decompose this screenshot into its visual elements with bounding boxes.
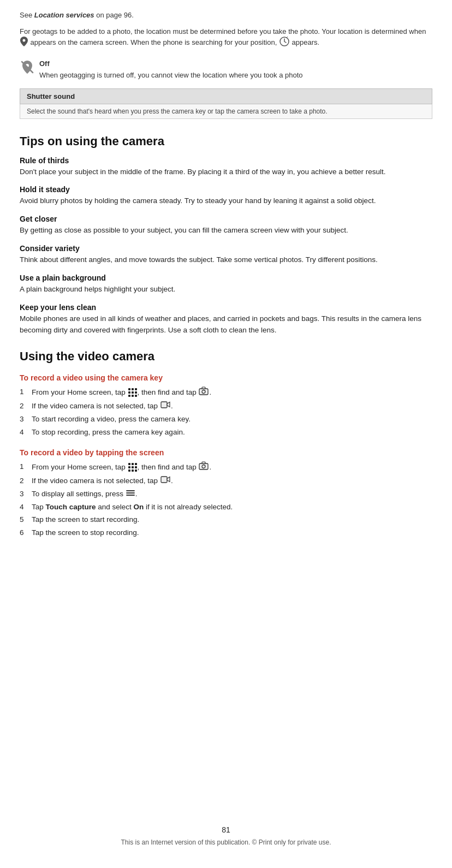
apps-grid-icon2 [128,463,137,472]
geotagging-row: Off When geotagging is turned off, you c… [20,58,432,81]
tip-title-4: Consider variety [20,244,432,253]
list-item: 5 Tap the screen to start recording. [20,514,432,526]
svg-rect-8 [202,462,205,463]
subsection2-steps: 1 From your Home screen, tap , then find… [20,461,432,539]
tip-title-5: Use a plain background [20,274,432,282]
tip-body-5: A plain background helps highlight your … [20,284,432,295]
footer-note: This is an Internet version of this publ… [20,839,432,846]
tip-rule-of-thirds: Rule of thirds Don't place your subject … [20,156,432,178]
svg-rect-6 [199,463,208,469]
geotag-description: For geotags to be added to a photo, the … [20,26,432,50]
video-camera-icon2 [160,475,170,487]
list-item: 2 If the video camera is not selected, t… [20,401,432,412]
tip-body-1: Don't place your subject in the middle o… [20,167,432,178]
list-item: 1 From your Home screen, tap , then find… [20,387,432,399]
touch-capture-label: Touch capture [46,503,96,511]
intro-paragraph: See Location services on page 96. [20,10,432,21]
tip-title-6: Keep your lens clean [20,303,432,312]
page-footer: 81 This is an Internet version of this p… [20,809,432,846]
tip-title-1: Rule of thirds [20,156,432,165]
subsection1-steps: 1 From your Home screen, tap , then find… [20,387,432,438]
subsection2-title: To record a video by tapping the screen [20,448,432,457]
menu-icon [126,489,135,500]
svg-rect-2 [199,389,208,395]
camera-icon2 [199,461,209,474]
tip-title-2: Hold it steady [20,185,432,194]
subsection-camera-key: To record a video using the camera key 1… [20,373,432,438]
geotagging-text: Off When geotagging is turned off, you c… [39,58,303,81]
tip-title-3: Get closer [20,215,432,223]
geotagging-off-icon [20,58,39,76]
list-item: 4 Tap Touch capture and select On if it … [20,502,432,513]
list-item: 3 To display all settings, press . [20,489,432,500]
svg-rect-9 [161,477,167,483]
tip-consider-variety: Consider variety Think about different a… [20,244,432,266]
svg-rect-5 [161,402,167,408]
tips-section-title: Tips on using the camera [20,134,432,148]
page-number: 81 [20,825,432,834]
list-item: 4 To stop recording, press the camera ke… [20,427,432,438]
geotagging-off-description: When geotagging is turned off, you canno… [39,71,303,79]
list-item: 6 Tap the screen to stop recording. [20,527,432,539]
video-camera-icon [160,401,170,412]
tip-body-2: Avoid blurry photos by holding the camer… [20,195,432,207]
geotagging-off-title: Off [39,58,303,69]
searching-icon [279,37,289,50]
video-section: Using the video camera To record a video… [20,349,432,549]
on-label: On [134,503,144,511]
svg-rect-4 [202,387,205,389]
tip-lens-clean: Keep your lens clean Mobile phones are u… [20,303,432,336]
tip-hold-steady: Hold it steady Avoid blurry photos by ho… [20,185,432,207]
tip-body-4: Think about different angles, and move t… [20,254,432,266]
apps-grid-icon [128,388,137,397]
camera-icon [199,387,209,399]
list-item: 1 From your Home screen, tap , then find… [20,461,432,474]
location-services-link: Location services [34,11,94,19]
shutter-sound-description: Select the sound that's heard when you p… [20,104,432,119]
list-item: 3 To start recording a video, press the … [20,414,432,425]
tip-get-closer: Get closer By getting as close as possib… [20,215,432,236]
list-item: 2 If the video camera is not selected, t… [20,475,432,487]
tip-plain-background: Use a plain background A plain backgroun… [20,274,432,295]
tip-body-3: By getting as close as possible to your … [20,225,432,236]
page-container: See Location services on page 96. For ge… [0,0,452,868]
subsection-tap-screen: To record a video by tapping the screen … [20,448,432,539]
location-pin-icon [20,37,28,50]
video-section-title: Using the video camera [20,349,432,364]
tips-section: Tips on using the camera Rule of thirds … [20,131,432,344]
subsection1-title: To record a video using the camera key [20,373,432,382]
tip-body-6: Mobile phones are used in all kinds of w… [20,313,432,336]
shutter-sound-header: Shutter sound [20,88,432,104]
